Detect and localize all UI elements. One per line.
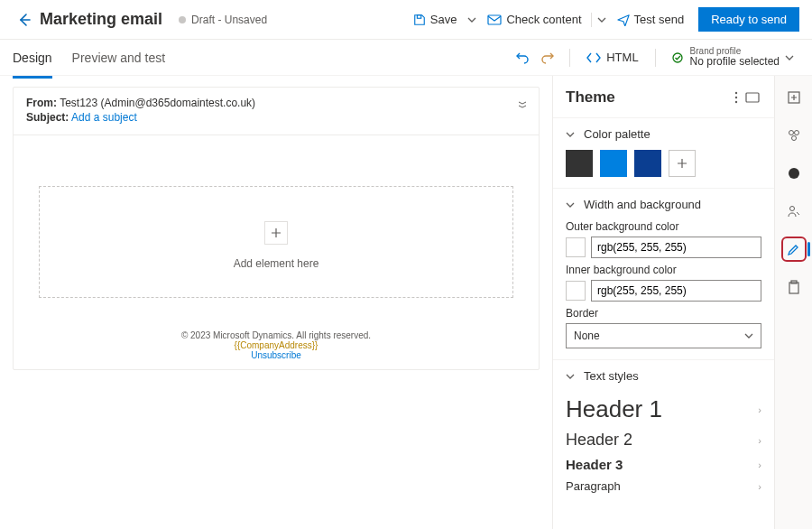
border-value: None (574, 329, 600, 342)
section-palette-label: Color palette (584, 127, 651, 141)
svg-point-10 (791, 136, 796, 141)
footer-copyright: © 2023 Microsoft Dynamics. All rights re… (14, 330, 539, 340)
panel-device-button[interactable] (742, 90, 763, 105)
rail-layout-button[interactable] (781, 123, 807, 148)
inner-bg-input[interactable] (591, 280, 761, 302)
redo-button[interactable] (535, 45, 560, 70)
from-value: Test123 (Admin@d365domaintest.co.uk) (60, 97, 255, 109)
rail-add-button[interactable] (781, 85, 807, 110)
inner-bg-swatch[interactable] (566, 281, 586, 301)
chevron-down-icon (785, 53, 794, 62)
expand-header-button[interactable] (517, 98, 528, 109)
chevron-down-icon (566, 372, 575, 381)
subject-label: Subject: (26, 111, 69, 124)
section-text-styles[interactable]: Text styles (566, 369, 761, 383)
ready-to-send-button[interactable]: Ready to send (698, 7, 799, 32)
palette-swatch-2[interactable] (600, 150, 627, 177)
border-select[interactable]: None (566, 323, 761, 348)
rail-theme-button[interactable] (781, 237, 807, 262)
text-style-h1[interactable]: Header 1› (566, 392, 761, 427)
test-send-button[interactable]: Test send (610, 9, 692, 30)
svg-rect-0 (417, 14, 420, 18)
status-dot-icon (179, 16, 186, 23)
svg-point-8 (789, 131, 793, 135)
para-label: Paragraph (566, 479, 621, 493)
from-row: From: Test123 (Admin@d365domaintest.co.u… (26, 97, 526, 109)
rail-clipboard-button[interactable] (781, 274, 807, 300)
h1-label: Header 1 (566, 395, 662, 423)
plus-icon (677, 158, 687, 169)
chevron-down-icon (744, 331, 753, 340)
test-label: Test send (634, 13, 685, 26)
separator (655, 49, 656, 67)
save-label: Save (430, 13, 457, 26)
panel-more-button[interactable] (731, 89, 742, 106)
brand-profile-selector[interactable]: Brand profile No profile selected (665, 42, 799, 71)
page-title: Marketing email (40, 10, 162, 29)
section-color-palette[interactable]: Color palette (566, 127, 761, 141)
save-chevron[interactable] (464, 15, 480, 24)
footer-unsubscribe[interactable]: Unsubscribe (14, 350, 539, 360)
text-style-h2[interactable]: Header 2› (566, 427, 761, 453)
chevron-right-icon: › (758, 435, 761, 446)
svg-point-5 (735, 101, 737, 103)
check-label: Check content (506, 13, 581, 26)
subject-row: Subject: Add a subject (26, 111, 526, 124)
add-element-button[interactable] (264, 221, 288, 245)
tab-design[interactable]: Design (13, 47, 52, 69)
h2-label: Header 2 (566, 431, 632, 450)
outer-bg-swatch[interactable] (566, 237, 586, 257)
chevron-right-icon: › (758, 404, 761, 415)
svg-point-11 (789, 168, 799, 179)
footer-company: {{CompanyAddress}} (14, 340, 539, 350)
check-content-button[interactable]: Check content (480, 9, 588, 30)
svg-rect-6 (746, 93, 759, 102)
email-footer: © 2023 Microsoft Dynamics. All rights re… (14, 325, 539, 369)
section-text-label: Text styles (584, 369, 639, 383)
html-label: HTML (606, 51, 638, 64)
html-button[interactable]: HTML (579, 47, 645, 68)
text-style-h3[interactable]: Header 3› (566, 453, 761, 476)
save-button[interactable]: Save (406, 9, 465, 30)
palette-add-button[interactable] (669, 150, 696, 177)
tab-preview[interactable]: Preview and test (72, 47, 166, 69)
chevron-right-icon: › (758, 481, 761, 492)
chevron-down-icon (566, 200, 575, 209)
svg-point-9 (794, 131, 798, 135)
status-text: Draft - Unsaved (191, 14, 267, 26)
section-width-background[interactable]: Width and background (566, 198, 761, 211)
panel-title: Theme (566, 88, 731, 107)
outer-bg-label: Outer background color (566, 220, 761, 233)
h3-label: Header 3 (566, 457, 623, 472)
drop-zone[interactable]: Add element here (39, 186, 513, 298)
separator (591, 13, 592, 27)
palette-swatch-1[interactable] (566, 150, 593, 177)
svg-point-4 (735, 97, 737, 98)
svg-rect-13 (789, 283, 798, 293)
svg-rect-1 (488, 15, 501, 24)
rail-personalize-button[interactable] (781, 199, 807, 224)
brand-badge-icon (670, 51, 685, 65)
chevron-down-icon (566, 130, 575, 139)
from-label: From: (26, 97, 57, 109)
separator (569, 49, 570, 67)
chevron-right-icon: › (758, 459, 761, 470)
svg-point-3 (735, 92, 737, 94)
back-button[interactable] (13, 8, 36, 32)
subject-link[interactable]: Add a subject (71, 111, 137, 124)
border-label: Border (566, 307, 761, 320)
inner-bg-label: Inner background color (566, 264, 761, 276)
outer-bg-input[interactable] (591, 237, 761, 258)
check-chevron[interactable] (594, 15, 610, 24)
rail-settings-button[interactable] (781, 161, 807, 186)
brand-main-label: No profile selected (690, 56, 780, 68)
drop-text: Add element here (234, 257, 319, 270)
plus-icon (271, 227, 281, 238)
svg-point-2 (673, 53, 682, 62)
text-style-paragraph[interactable]: Paragraph› (566, 476, 761, 497)
section-width-label: Width and background (584, 198, 701, 211)
svg-point-12 (789, 207, 794, 211)
palette-swatch-3[interactable] (634, 150, 661, 177)
draft-status: Draft - Unsaved (179, 14, 267, 26)
undo-button[interactable] (510, 45, 535, 70)
